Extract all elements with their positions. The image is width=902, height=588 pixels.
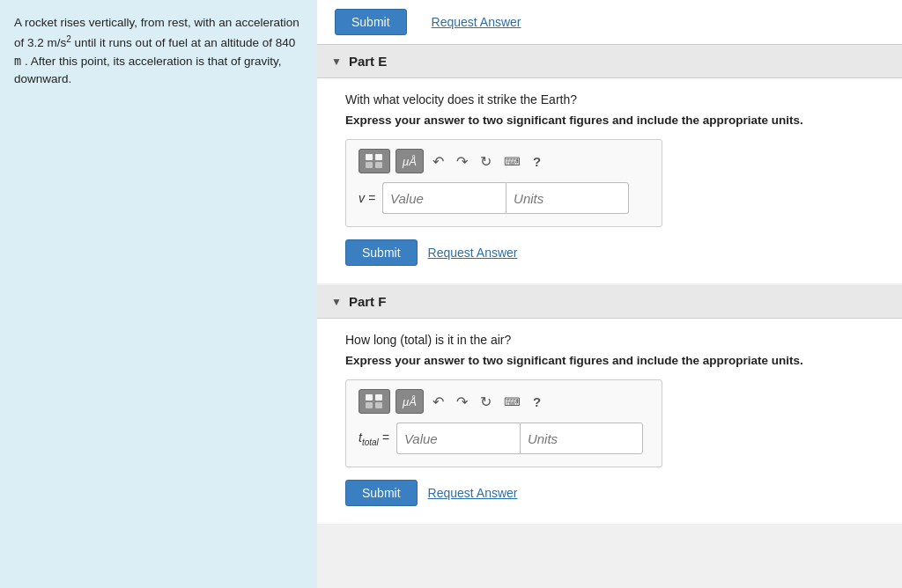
- part-f-body: How long (total) is it in the air? Expre…: [317, 319, 902, 524]
- part-e-help-button[interactable]: ?: [529, 152, 544, 171]
- part-f-equation-label: ttotal =: [359, 430, 389, 447]
- part-f-input-area: μÅ ↶ ↷ ↻ ⌨ ? ttotal =: [345, 379, 662, 467]
- part-f-grid-button[interactable]: [359, 389, 390, 414]
- part-f-instruction: Express your answer to two significant f…: [345, 354, 874, 367]
- part-e-grid-button[interactable]: [359, 149, 390, 173]
- problem-text: A rocket rises vertically, from rest, wi…: [14, 16, 299, 85]
- part-e-title: Part E: [349, 54, 387, 69]
- part-e-submit-button[interactable]: Submit: [345, 239, 418, 266]
- part-e-equation-label: v =: [359, 191, 375, 205]
- svg-rect-6: [366, 402, 373, 408]
- part-e-question: With what velocity does it strike the Ea…: [345, 92, 874, 107]
- part-e-request-answer-button[interactable]: Request Answer: [428, 246, 518, 260]
- part-f-submit-button[interactable]: Submit: [345, 480, 418, 506]
- part-f-mu-button[interactable]: μÅ: [396, 389, 424, 414]
- svg-rect-0: [366, 154, 373, 160]
- part-f-keyboard-button[interactable]: ⌨: [500, 393, 524, 410]
- part-e-refresh-button[interactable]: ↻: [477, 151, 495, 172]
- svg-rect-3: [375, 162, 382, 168]
- part-f-toolbar: μÅ ↶ ↷ ↻ ⌨ ?: [359, 389, 649, 414]
- svg-rect-7: [375, 402, 382, 408]
- part-f-refresh-button[interactable]: ↻: [477, 392, 495, 412]
- top-action-bar: Submit Request Answer: [317, 0, 902, 45]
- part-f-request-answer-button[interactable]: Request Answer: [428, 486, 518, 500]
- part-e-equation-row: v =: [359, 182, 649, 214]
- part-f-units-input[interactable]: [520, 423, 643, 454]
- part-f-header: ▼ Part F: [317, 285, 902, 319]
- part-f-help-button[interactable]: ?: [529, 393, 544, 411]
- part-e-body: With what velocity does it strike the Ea…: [317, 78, 902, 283]
- part-f-question: How long (total) is it in the air?: [345, 333, 874, 347]
- part-e-collapse-arrow[interactable]: ▼: [331, 55, 342, 68]
- part-f-action-row: Submit Request Answer: [345, 480, 874, 506]
- part-e-keyboard-button[interactable]: ⌨: [500, 153, 524, 170]
- part-e-mu-button[interactable]: μÅ: [396, 149, 424, 173]
- part-e-value-input[interactable]: [382, 182, 506, 214]
- part-f-collapse-arrow[interactable]: ▼: [331, 296, 342, 308]
- part-e-instruction: Express your answer to two significant f…: [345, 114, 874, 127]
- part-e-units-input[interactable]: [506, 182, 629, 214]
- part-f-section: ▼ Part F How long (total) is it in the a…: [317, 285, 902, 524]
- part-e-section: ▼ Part E With what velocity does it stri…: [317, 45, 902, 283]
- problem-statement: A rocket rises vertically, from rest, wi…: [0, 0, 317, 588]
- svg-rect-4: [366, 394, 373, 401]
- part-f-equation-row: ttotal =: [359, 423, 649, 454]
- top-request-answer-button[interactable]: Request Answer: [432, 15, 521, 29]
- svg-rect-5: [375, 394, 382, 401]
- right-panel: Submit Request Answer ▼ Part E With what…: [317, 0, 902, 588]
- part-e-toolbar: μÅ ↶ ↷ ↻ ⌨ ?: [359, 149, 649, 173]
- svg-rect-2: [366, 162, 373, 168]
- part-e-input-area: μÅ ↶ ↷ ↻ ⌨ ? v =: [345, 139, 662, 227]
- part-f-value-input[interactable]: [396, 423, 520, 454]
- part-e-redo-button[interactable]: ↷: [453, 151, 471, 172]
- part-f-title: Part F: [349, 294, 387, 309]
- part-f-redo-button[interactable]: ↷: [453, 392, 471, 412]
- part-e-undo-button[interactable]: ↶: [429, 151, 447, 172]
- top-submit-button[interactable]: Submit: [335, 9, 407, 35]
- svg-rect-1: [375, 154, 382, 160]
- part-e-action-row: Submit Request Answer: [345, 239, 874, 266]
- part-e-header: ▼ Part E: [317, 45, 902, 78]
- part-f-undo-button[interactable]: ↶: [429, 392, 447, 412]
